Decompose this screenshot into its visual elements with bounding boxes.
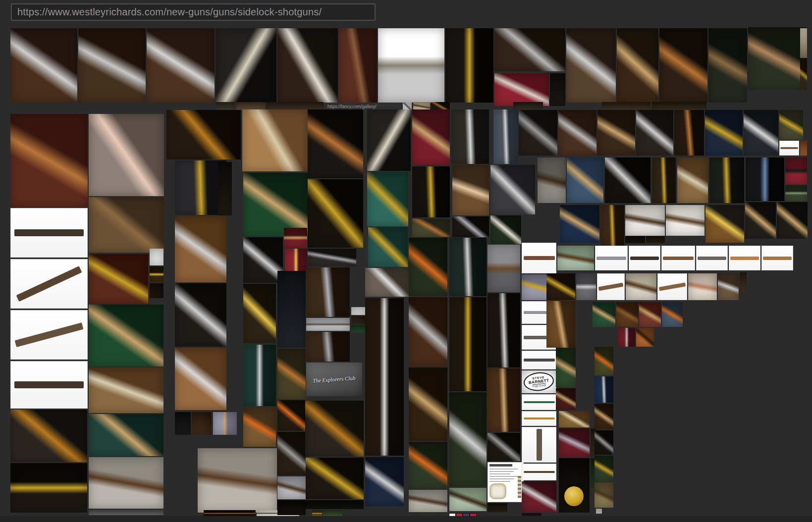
gallery-thumbnail[interactable] [409,367,447,441]
gallery-thumbnail[interactable] [674,110,704,156]
gallery-thumbnail[interactable] [365,268,411,297]
gallery-thumbnail-white[interactable] [661,246,695,270]
gallery-thumbnail[interactable] [306,318,350,331]
gallery-thumbnail[interactable] [785,157,807,184]
gallery-thumbnail[interactable] [744,110,778,156]
gallery-thumbnail[interactable] [487,293,520,367]
gallery-thumbnail[interactable] [557,246,594,270]
gallery-thumbnail[interactable] [339,28,377,103]
gallery-thumbnail[interactable] [10,463,87,513]
gallery-thumbnail[interactable] [494,28,565,71]
gallery-thumbnail[interactable] [449,297,487,391]
gallery-thumbnail[interactable] [449,238,487,296]
gallery-thumbnail[interactable] [243,173,308,236]
gallery-thumbnail[interactable] [605,157,650,203]
gallery-thumbnail[interactable] [367,109,411,171]
gallery-thumbnail-white[interactable] [522,351,556,369]
gallery-thumbnail[interactable] [147,28,215,103]
gallery-thumbnail[interactable] [412,109,450,165]
gallery-thumbnail[interactable] [636,110,673,156]
gallery-thumbnail[interactable] [595,482,613,508]
gallery-thumbnail-white[interactable] [10,208,88,258]
gallery-thumbnail[interactable] [368,227,408,267]
gallery-thumbnail[interactable] [277,476,306,499]
gallery-thumbnail[interactable] [351,325,366,333]
gallery-thumbnail[interactable] [10,410,87,462]
gallery-thumbnail[interactable] [659,28,707,103]
gallery-thumbnail[interactable] [150,283,163,298]
gallery-thumbnail[interactable] [487,368,520,432]
gallery-thumbnail[interactable] [513,102,543,109]
gallery-thumbnail[interactable] [216,28,276,103]
gallery-thumbnail[interactable] [546,273,575,300]
gallery-thumbnail[interactable] [779,110,803,140]
gallery-thumbnail[interactable] [560,205,599,243]
gallery-thumbnail[interactable] [519,110,557,156]
gallery-thumbnail[interactable] [365,457,404,506]
gallery-thumbnail[interactable] [449,392,487,486]
gallery-thumbnail[interactable] [556,388,576,410]
gallery-thumbnail[interactable] [652,102,706,109]
gallery-thumbnail[interactable] [709,157,744,203]
gallery-thumbnail[interactable] [266,102,324,110]
gallery-thumbnail[interactable] [800,59,807,90]
gallery-thumbnail[interactable] [412,219,450,237]
gallery-thumbnail[interactable] [546,301,575,348]
gallery-thumbnail[interactable] [746,157,784,201]
gallery-thumbnail[interactable] [277,28,338,103]
gallery-thumbnail[interactable] [452,216,489,237]
gallery-thumbnail-white[interactable] [10,259,88,309]
gallery-thumbnail-white[interactable] [597,273,625,300]
gallery-thumbnail[interactable] [10,28,77,103]
gallery-thumbnail-white[interactable] [522,464,556,480]
gallery-thumbnail[interactable] [277,400,306,431]
gallery-thumbnail[interactable] [351,307,366,315]
gallery-thumbnail[interactable] [595,456,613,481]
gallery-thumbnail[interactable] [89,305,163,366]
gallery-thumbnail[interactable] [596,509,602,514]
gallery-thumbnail[interactable] [306,500,364,509]
gallery-thumbnail[interactable] [538,157,566,203]
gallery-thumbnail[interactable] [595,430,613,455]
gallery-thumbnail[interactable] [646,236,665,243]
gallery-thumbnail[interactable] [351,316,366,324]
gallery-thumbnail[interactable] [662,302,683,327]
gallery-thumbnail-white[interactable] [522,427,556,463]
gallery-thumbnail[interactable] [487,433,520,461]
gallery-thumbnail[interactable] [409,442,447,489]
gallery-thumbnail[interactable] [243,345,276,406]
gallery-thumbnail[interactable] [10,114,88,207]
gallery-thumbnail[interactable] [243,237,283,283]
gallery-thumbnail[interactable] [559,411,590,427]
gallery-thumbnail[interactable] [490,165,535,214]
gallery-thumbnail[interactable] [218,162,232,215]
gallery-thumbnail[interactable] [277,432,306,475]
gallery-thumbnail[interactable] [595,404,613,429]
gallery-thumbnail[interactable] [559,428,590,457]
gallery-thumbnail[interactable] [494,73,549,106]
gallery-thumbnail[interactable] [593,302,615,327]
gallery-thumbnail[interactable] [89,510,163,515]
gallery-thumbnail[interactable] [748,27,807,90]
gallery-thumbnail[interactable] [175,348,226,410]
gallery-thumbnail[interactable] [550,73,565,106]
gallery-thumbnail-white[interactable] [522,243,556,273]
gallery-thumbnail[interactable] [216,102,235,110]
medallion-thumbnail[interactable] [559,458,590,513]
gallery-thumbnail[interactable] [625,205,665,236]
gallery-thumbnail[interactable] [243,284,276,343]
gallery-thumbnail[interactable] [745,202,776,239]
gallery-thumbnail[interactable] [800,141,807,156]
gallery-thumbnail[interactable] [785,185,807,201]
gallery-thumbnail-white[interactable] [10,361,88,409]
gallery-thumbnail[interactable] [617,28,658,103]
gallery-thumbnail[interactable] [306,267,350,317]
gallery-thumbnail-white[interactable] [522,411,556,426]
gallery-thumbnail[interactable] [412,166,450,217]
gallery-thumbnail[interactable] [175,412,191,435]
gallery-thumbnail-white[interactable] [729,246,760,270]
gallery-thumbnail[interactable] [705,205,744,243]
gallery-thumbnail[interactable] [666,205,704,236]
gallery-thumbnail[interactable] [213,412,237,435]
gallery-thumbnail[interactable] [89,114,164,196]
